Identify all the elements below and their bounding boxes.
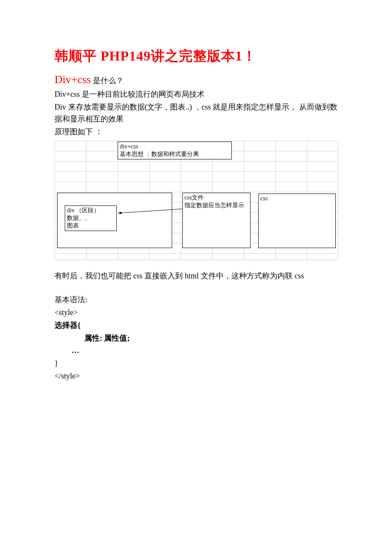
main-title: 韩顺平 PHP149讲之完整版本1！ (55, 47, 341, 66)
subtitle-red: Div+css (55, 73, 91, 86)
concept-diagram: div+css 基本思想 ：数据和样式要分离 div （区段） 数据。。 图表 … (55, 141, 338, 260)
syntax-style-open: <style> (55, 306, 341, 319)
paragraph-1: Div+css 是一种目前比较流行的网页布局技术 (55, 89, 341, 101)
diagram-right-label: css (260, 195, 334, 202)
diagram-left-line1: div （区段） (67, 207, 115, 214)
diagram-top-line1: div+css (120, 143, 230, 150)
syntax-label: 基本语法: (55, 294, 341, 306)
subtitle-question: 是什么？ (91, 76, 124, 85)
diagram-mid-line1: css文件 (184, 194, 248, 202)
diagram-left-line2: 数据。。 (67, 214, 115, 222)
paragraph-4: 有时后，我们也可能把 css 直接嵌入到 html 文件中，这种方式称为内联 c… (55, 270, 341, 282)
diagram-left-inner: div （区段） 数据。。 图表 (65, 205, 117, 231)
paragraph-2: Div 来存放需要显示的数据(文字，图表..) ，css 就是用来指定怎样显示，… (55, 101, 341, 125)
diagram-mid-box: css文件 指定数据应当怎样显示 (182, 193, 251, 248)
subtitle: Div+css 是什么？ (55, 73, 341, 86)
syntax-block: 基本语法: <style> 选择器{ 属性: 属性值; … } </style> (55, 294, 341, 382)
syntax-style-close: </style> (55, 370, 341, 383)
diagram-top-box: div+css 基本思想 ：数据和样式要分离 (118, 142, 232, 159)
diagram-left-line3: 图表 (67, 222, 115, 230)
syntax-ellipsis: … (55, 344, 341, 357)
syntax-close-brace: } (55, 357, 341, 370)
diagram-top-line2: 基本思想 ：数据和样式要分离 (120, 150, 230, 158)
diagram-mid-line2: 指定数据应当怎样显示 (184, 202, 248, 209)
diagram-right-box: css (258, 194, 336, 248)
syntax-selector-open: 选择器{ (55, 319, 341, 332)
paragraph-3: 原理图如下 ： (55, 126, 341, 138)
syntax-property: 属性: 属性值; (55, 332, 341, 345)
